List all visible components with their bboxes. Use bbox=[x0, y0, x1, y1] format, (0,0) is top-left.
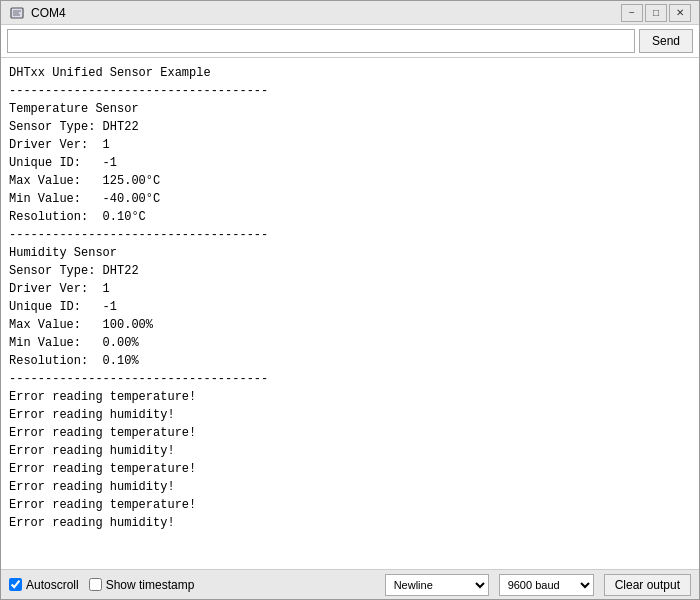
app-icon bbox=[9, 5, 25, 21]
send-button[interactable]: Send bbox=[639, 29, 693, 53]
close-button[interactable]: ✕ bbox=[669, 4, 691, 22]
autoscroll-text: Autoscroll bbox=[26, 578, 79, 592]
window-controls: − □ ✕ bbox=[621, 4, 691, 22]
minimize-button[interactable]: − bbox=[621, 4, 643, 22]
timestamp-label[interactable]: Show timestamp bbox=[89, 578, 195, 592]
main-window: COM4 − □ ✕ Send DHTxx Unified Sensor Exa… bbox=[0, 0, 700, 600]
serial-input[interactable] bbox=[7, 29, 635, 53]
serial-output: DHTxx Unified Sensor Example -----------… bbox=[1, 58, 699, 569]
title-bar: COM4 − □ ✕ bbox=[1, 1, 699, 25]
clear-output-button[interactable]: Clear output bbox=[604, 574, 691, 596]
timestamp-checkbox[interactable] bbox=[89, 578, 102, 591]
window-title: COM4 bbox=[31, 6, 621, 20]
autoscroll-checkbox[interactable] bbox=[9, 578, 22, 591]
newline-select[interactable]: No line ending Newline Carriage return B… bbox=[385, 574, 489, 596]
baud-select[interactable]: 300 baud 1200 baud 2400 baud 4800 baud 9… bbox=[499, 574, 594, 596]
autoscroll-label[interactable]: Autoscroll bbox=[9, 578, 79, 592]
timestamp-text: Show timestamp bbox=[106, 578, 195, 592]
maximize-button[interactable]: □ bbox=[645, 4, 667, 22]
input-bar: Send bbox=[1, 25, 699, 58]
status-bar: Autoscroll Show timestamp No line ending… bbox=[1, 569, 699, 599]
